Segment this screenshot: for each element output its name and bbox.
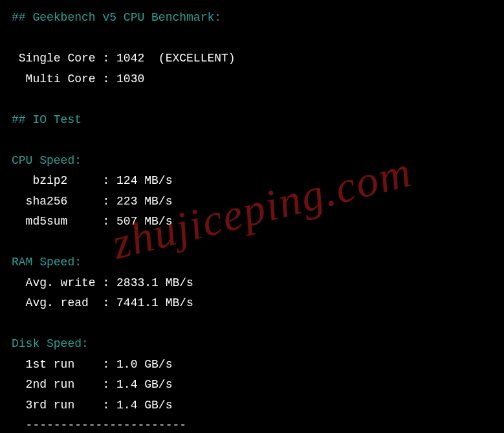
cpu-label: bzip2 : bbox=[12, 174, 116, 187]
cpu-label: sha256 : bbox=[12, 195, 116, 208]
multi-core-label: Multi Core : bbox=[12, 72, 116, 85]
cpu-value: 124 MB/s bbox=[116, 174, 172, 187]
disk-row-2: 2nd run : 1.4 GB/s bbox=[12, 375, 492, 395]
multi-core-row: Multi Core : 1030 bbox=[12, 69, 492, 90]
disk-speed-heading: Disk Speed: bbox=[12, 334, 492, 355]
ram-label: Avg. write : bbox=[12, 276, 116, 289]
cpu-row-sha256: sha256 : 223 MB/s bbox=[12, 192, 492, 212]
disk-row-3: 3rd run : 1.4 GB/s bbox=[12, 395, 492, 416]
cpu-row-bzip2: bzip2 : 124 MB/s bbox=[12, 171, 492, 192]
terminal-output: ## Geekbench v5 CPU Benchmark: Single Co… bbox=[12, 8, 492, 433]
cpu-label: md5sum : bbox=[12, 215, 116, 228]
ram-speed-heading: RAM Speed: bbox=[12, 252, 492, 273]
single-core-row: Single Core : 1042 (EXCELLENT) bbox=[12, 49, 492, 69]
single-core-value: 1042 (EXCELLENT) bbox=[116, 52, 236, 65]
ram-label: Avg. read : bbox=[12, 296, 116, 309]
geekbench-heading: ## Geekbench v5 CPU Benchmark: bbox=[12, 8, 492, 28]
ram-value: 2833.1 MB/s bbox=[116, 276, 193, 289]
io-heading: ## IO Test bbox=[12, 110, 492, 131]
multi-core-value: 1030 bbox=[116, 72, 144, 85]
disk-value: 1.0 GB/s bbox=[116, 358, 172, 371]
disk-label: 1st run : bbox=[12, 358, 116, 371]
cpu-value: 507 MB/s bbox=[116, 215, 172, 228]
disk-row-1: 1st run : 1.0 GB/s bbox=[12, 355, 492, 375]
blank-line bbox=[12, 130, 492, 151]
cpu-speed-heading: CPU Speed: bbox=[12, 151, 492, 172]
disk-divider: ----------------------- bbox=[12, 416, 492, 433]
cpu-value: 223 MB/s bbox=[116, 195, 172, 208]
ram-row-write: Avg. write : 2833.1 MB/s bbox=[12, 273, 492, 294]
single-core-label: Single Core : bbox=[12, 52, 116, 65]
blank-line bbox=[12, 314, 492, 335]
disk-label: 2nd run : bbox=[12, 378, 116, 391]
blank-line bbox=[12, 28, 492, 49]
blank-line bbox=[12, 232, 492, 253]
blank-line bbox=[12, 89, 492, 110]
disk-value: 1.4 GB/s bbox=[116, 378, 172, 391]
disk-label: 3rd run : bbox=[12, 399, 116, 412]
ram-value: 7441.1 MB/s bbox=[116, 296, 193, 309]
disk-value: 1.4 GB/s bbox=[116, 399, 172, 412]
ram-row-read: Avg. read : 7441.1 MB/s bbox=[12, 293, 492, 314]
cpu-row-md5sum: md5sum : 507 MB/s bbox=[12, 212, 492, 232]
